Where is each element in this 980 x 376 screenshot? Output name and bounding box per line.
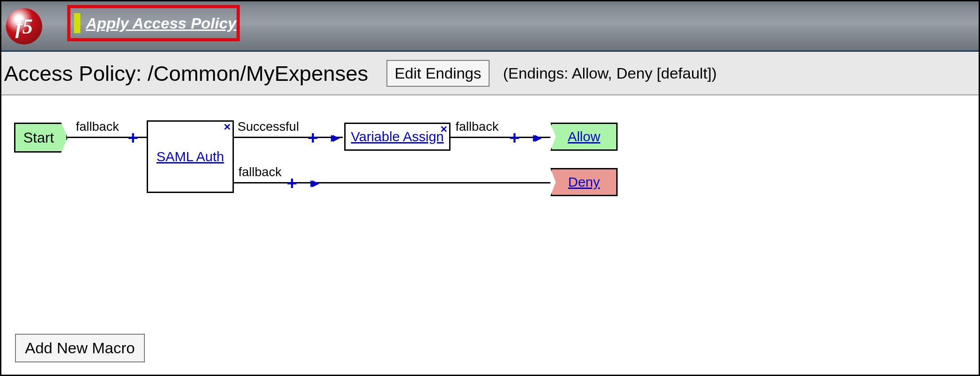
double-arrow-icon[interactable]: ▸▸ bbox=[331, 131, 335, 144]
deny-link[interactable]: Deny bbox=[568, 174, 600, 190]
add-node-plus-icon[interactable]: + bbox=[128, 129, 138, 147]
double-arrow-icon[interactable]: ▸▸ bbox=[533, 131, 537, 144]
add-node-plus-icon[interactable]: + bbox=[509, 129, 520, 147]
header-bar: f5 Apply Access Policy bbox=[1, 1, 979, 52]
add-node-plus-icon[interactable]: + bbox=[287, 174, 297, 192]
f5-logo-text: f5 bbox=[6, 8, 42, 45]
apply-access-policy-link[interactable]: Apply Access Policy bbox=[86, 15, 236, 32]
edge-label-saml-fallback: fallback bbox=[238, 165, 282, 179]
f5-logo-icon: f5 bbox=[6, 8, 42, 45]
edge-label-varassign-fallback: fallback bbox=[455, 119, 499, 134]
saml-auth-link[interactable]: SAML Auth bbox=[157, 149, 224, 164]
apply-marker-icon bbox=[74, 13, 80, 33]
allow-link[interactable]: Allow bbox=[568, 129, 600, 144]
close-icon[interactable]: × bbox=[441, 122, 447, 136]
edge-label-saml-successful: Successful bbox=[238, 119, 299, 134]
page-title: Access Policy: /Common/MyExpenses bbox=[4, 61, 368, 86]
saml-auth-node[interactable]: × SAML Auth bbox=[147, 120, 234, 193]
edge-line bbox=[234, 182, 550, 183]
sub-header: Access Policy: /Common/MyExpenses Edit E… bbox=[1, 52, 979, 95]
variable-assign-link[interactable]: Variable Assign bbox=[351, 129, 444, 144]
apply-access-policy-highlight: Apply Access Policy bbox=[67, 5, 240, 41]
deny-ending-node[interactable]: Deny bbox=[550, 168, 618, 196]
start-node[interactable]: Start bbox=[14, 123, 68, 153]
edge-line bbox=[234, 137, 343, 138]
allow-ending-node[interactable]: Allow bbox=[550, 123, 618, 151]
add-node-plus-icon[interactable]: + bbox=[307, 129, 318, 147]
add-new-macro-button[interactable]: Add New Macro bbox=[15, 334, 145, 362]
close-icon[interactable]: × bbox=[224, 120, 231, 134]
start-node-label: Start bbox=[23, 129, 54, 146]
variable-assign-node[interactable]: × Variable Assign bbox=[344, 123, 450, 151]
double-arrow-icon[interactable]: ▸▸ bbox=[311, 177, 314, 189]
edit-endings-button[interactable]: Edit Endings bbox=[386, 60, 490, 87]
policy-diagram: Start fallback + × SAML Auth Successful … bbox=[1, 98, 979, 375]
edge-label-start-fallback: fallback bbox=[76, 119, 119, 134]
endings-summary-text: (Endings: Allow, Deny [default]) bbox=[503, 64, 717, 82]
